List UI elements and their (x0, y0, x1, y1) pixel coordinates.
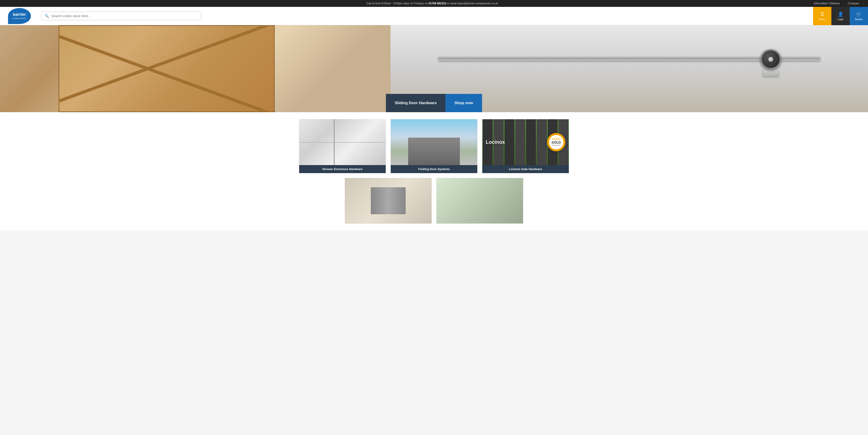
mount-plate (763, 70, 779, 76)
gate-bar-4 (515, 119, 525, 165)
wheel-assembly (759, 49, 782, 77)
email-link[interactable]: sales@barrier-components.co.uk (457, 2, 498, 5)
hinges-image (345, 178, 432, 223)
hero-title: Sliding Door Hardware (386, 94, 445, 112)
logo[interactable]: barrier components (8, 8, 31, 24)
divider2: | (863, 2, 863, 5)
products-grid: Shower Enclosure Hardware Folding Door S… (43, 119, 825, 173)
wheel-center (768, 57, 773, 62)
search-wrap: 🔍 (37, 11, 813, 20)
second-card-2[interactable] (436, 178, 523, 224)
locinox-gold-label: GOLD (552, 141, 561, 144)
shower-label: Shower Enclosure Hardware (299, 165, 386, 173)
gate-image: Locinox LOCINOX GOLD DEALER (482, 119, 569, 165)
building-image (391, 119, 477, 165)
product-card-gate[interactable]: Locinox LOCINOX GOLD DEALER Locinox Gate… (482, 119, 569, 173)
header-actions: ☰ Menu 👤 Login 🛒 Basket (813, 7, 868, 25)
login-button[interactable]: 👤 Login (831, 7, 850, 25)
second-card-1[interactable] (345, 178, 432, 224)
divider: | (843, 2, 844, 5)
top-bar-right: Information / Delivery | Compare | (814, 2, 863, 5)
product-card-building[interactable]: Folding Door Systems (391, 119, 477, 173)
user-icon: 👤 (838, 11, 843, 17)
header: barrier components 🔍 ☰ Menu 👤 Login 🛒 Ba… (0, 7, 868, 25)
locinox-text: Locinox (486, 139, 505, 145)
logo-name: barrier (13, 12, 26, 17)
email-text: or email (446, 2, 457, 5)
login-label: Login (838, 18, 844, 21)
gate-bar-3 (504, 119, 514, 165)
gate-bar-5 (526, 119, 536, 165)
search-icon: 🔍 (44, 14, 49, 18)
top-bar-message: Call us from 8:30am - 5:00pm (4pm on Fri… (50, 2, 814, 5)
compare-link[interactable]: Compare (848, 2, 859, 5)
second-products-row (43, 178, 825, 224)
products-section: Shower Enclosure Hardware Folding Door S… (0, 112, 868, 230)
basket-button[interactable]: 🛒 Basket (850, 7, 868, 25)
building-label: Folding Door Systems (391, 165, 477, 173)
product-card-shower[interactable]: Shower Enclosure Hardware (299, 119, 386, 173)
logo-wrap[interactable]: barrier components (0, 7, 37, 25)
search-input[interactable] (51, 14, 198, 18)
locinox-brand-label: LOCINOX (552, 138, 561, 140)
menu-button[interactable]: ☰ Menu (813, 7, 831, 25)
locinox-badge: LOCINOX GOLD DEALER (547, 133, 565, 151)
search-box: 🔍 (41, 11, 202, 20)
locinox-dealer-label: DEALER (552, 144, 561, 146)
hardware-visual (438, 38, 820, 99)
basket-icon: 🛒 (856, 11, 862, 17)
logo-tagline: components (12, 17, 26, 20)
hero-overlay: Sliding Door Hardware Shop now (386, 94, 482, 112)
info-delivery-link[interactable]: Information / Delivery (814, 2, 840, 5)
phone-number: 01708 891515 (429, 2, 446, 5)
gate-label: Locinox Gate Hardware (482, 165, 569, 173)
gate-bar-6 (537, 119, 547, 165)
menu-icon: ☰ (820, 11, 824, 17)
shop-now-button[interactable]: Shop now (445, 94, 482, 112)
wheel (761, 49, 781, 70)
call-text: Call us from 8:30am - 5:00pm (4pm on Fri… (366, 2, 429, 5)
hero-left-image (0, 25, 391, 112)
hero-banner: Sliding Door Hardware Shop now (0, 25, 868, 112)
top-bar: Call us from 8:30am - 5:00pm (4pm on Fri… (0, 0, 868, 7)
basket-label: Basket (855, 18, 863, 21)
shower-image (299, 119, 386, 165)
menu-label: Menu (819, 18, 826, 21)
